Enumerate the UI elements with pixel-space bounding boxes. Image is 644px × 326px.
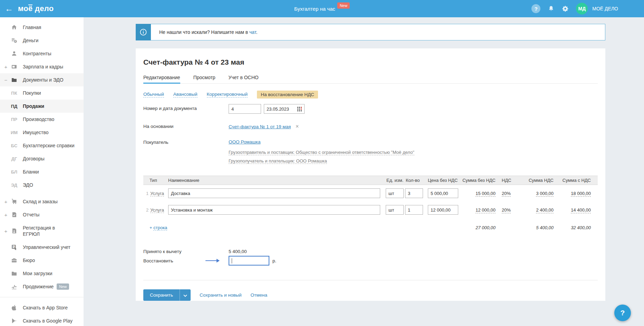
basis-document-link[interactable]: Счет-фактура № 1 от 19 мая — [229, 124, 291, 129]
top-bar: ← моё дело Бухгалтер на час New ? МД МОЁ… — [0, 0, 644, 17]
restore-row: Восстановить р. — [143, 256, 598, 266]
calendar-picker-icon[interactable] — [297, 107, 302, 111]
app-logo[interactable]: моё дело — [18, 4, 54, 13]
type-vat-restore-selected[interactable]: На восстановление НДС — [257, 91, 318, 99]
sidebar-item-edo[interactable]: ЭД ЭДО — [0, 178, 84, 192]
chevron-down-icon — [183, 292, 187, 298]
item-qty-input[interactable] — [405, 205, 423, 215]
sum-with-vat-value[interactable]: 18 000,00 — [571, 191, 591, 197]
total-vat-sum: 5 400,00 — [536, 225, 554, 230]
tab-preview[interactable]: Просмотр — [193, 75, 215, 83]
apple-icon — [10, 305, 18, 311]
banner-message: Не нашли что искали? Напишите нам в чат. — [159, 29, 258, 35]
sidebar-item-reports[interactable]: + Отчеты — [0, 208, 84, 221]
home-icon — [10, 24, 18, 30]
notifications-bell-icon[interactable] — [548, 5, 555, 12]
card-divider — [143, 280, 598, 280]
item-unit-input[interactable] — [386, 205, 404, 215]
vat-sum-value[interactable]: 3 000,00 — [536, 191, 554, 197]
vat-rate-value[interactable]: 20% — [502, 191, 511, 197]
sidebar-item-warehouse[interactable]: + Склад и заказы — [0, 195, 84, 208]
sum-with-vat-value[interactable]: 14 400,00 — [571, 207, 591, 213]
sidebar-item-app-store[interactable]: Скачать в App Store — [0, 301, 84, 314]
expand-plus-icon[interactable]: + — [3, 64, 8, 70]
sidebar-item-money[interactable]: ₽ Деньги — [0, 34, 84, 47]
back-button[interactable]: ← — [0, 0, 18, 17]
sidebar-item-documents[interactable]: − Документы и ЭДО — [0, 73, 84, 86]
save-button-group: Сохранить — [143, 289, 191, 301]
save-button[interactable]: Сохранить — [143, 289, 180, 301]
table-row: 1Услуга 15 000,00 20% 3 000,00 18 000,00 — [143, 185, 598, 202]
chat-link[interactable]: чат — [249, 29, 256, 35]
col-header-qty: Кол-во — [405, 178, 424, 183]
save-dropdown-button[interactable] — [180, 289, 191, 301]
report-check-icon — [10, 212, 18, 218]
expand-plus-icon[interactable]: + — [3, 212, 8, 218]
expand-plus-icon[interactable]: + — [3, 199, 8, 205]
col-header-price: Цена без НДС — [424, 178, 459, 183]
vat-rate-value[interactable]: 20% — [502, 207, 511, 213]
sidebar-item-forms[interactable]: БЛ Бланки — [0, 165, 84, 178]
consignor-link[interactable]: Грузоотправитель и поставщик: Общество с… — [229, 150, 414, 155]
help-icon[interactable]: ? — [531, 4, 540, 13]
settings-gear-icon[interactable] — [562, 5, 569, 12]
sidebar-item-google-play[interactable]: Скачать в Google Play — [0, 314, 84, 326]
promo-block: Бухгалтер на час New — [294, 0, 350, 17]
sidebar-item-contracts[interactable]: ДГ Договоры — [0, 152, 84, 165]
expand-plus-icon[interactable]: + — [3, 228, 8, 234]
user-avatar[interactable]: МД — [576, 3, 588, 15]
basis-label: На основании — [143, 122, 229, 129]
sidebar-item-property[interactable]: ИМ Имущество — [0, 126, 84, 139]
sidebar-item-salary[interactable]: + Зарплата и кадры — [0, 60, 84, 73]
floating-help-button[interactable]: ? — [614, 305, 631, 321]
item-price-input[interactable] — [428, 205, 458, 215]
tab-editing[interactable]: Редактирование — [143, 75, 180, 83]
registration-doc-icon — [10, 228, 18, 234]
add-row-button[interactable]: + строка — [143, 225, 386, 230]
sidebar-item-management-accounting[interactable]: ₽ Управленческий учет — [0, 241, 84, 254]
sidebar-item-contractors[interactable]: Контрагенты — [0, 47, 84, 60]
save-and-new-link[interactable]: Сохранить и новый — [200, 292, 242, 298]
tab-osno-accounting[interactable]: Учет в ОСНО — [229, 75, 259, 83]
sidebar-item-egrul-registration[interactable]: + Регистрация в ЕГРЮЛ — [0, 221, 84, 241]
sidebar-item-sales[interactable]: ПД Продажи — [0, 100, 84, 113]
type-corrective-link[interactable]: Корректировочный — [207, 92, 248, 97]
restore-amount-input[interactable] — [229, 256, 269, 266]
sidebar: Главная ₽ Деньги Контрагенты + Зарплата … — [0, 17, 84, 326]
restore-field — [229, 256, 269, 266]
item-qty-input[interactable] — [405, 188, 423, 198]
type-regular-link[interactable]: Обычный — [143, 92, 164, 97]
topbar-actions: ? МД МОЁ ДЕЛО — [531, 0, 618, 17]
sum-no-vat-value[interactable]: 15 000,00 — [475, 191, 496, 197]
account-name[interactable]: МОЁ ДЕЛО — [592, 6, 618, 11]
sum-no-vat-value[interactable]: 12 000,00 — [475, 207, 496, 213]
sidebar-item-purchases[interactable]: ПК Покупки — [0, 86, 84, 100]
vat-sum-value[interactable]: 2 400,00 — [536, 207, 554, 213]
document-number-input[interactable] — [229, 104, 261, 114]
sidebar-item-my-uploads[interactable]: Мои загрузки — [0, 267, 84, 280]
remove-basis-icon[interactable]: × — [296, 123, 299, 129]
sidebar-item-production[interactable]: ПР Производство — [0, 113, 84, 126]
accepted-deduction-row: Принято к вычету 5 400,00 — [143, 249, 598, 254]
row-type-link[interactable]: Услуга — [150, 191, 164, 196]
consignee-link[interactable]: Грузополучатель и плательщик: ООО Ромашк… — [229, 158, 327, 164]
svg-text:₽: ₽ — [15, 40, 16, 43]
cancel-link[interactable]: Отмена — [251, 292, 267, 298]
item-unit-input[interactable] — [386, 188, 404, 198]
basis-row: На основании Счет-фактура № 1 от 19 мая … — [143, 122, 598, 130]
item-name-input[interactable] — [168, 188, 380, 198]
page-title: Счет-фактура № 4 от 23 мая — [143, 58, 598, 66]
sidebar-item-home[interactable]: Главная — [0, 21, 84, 34]
sidebar-item-accounting-notes[interactable]: БС Бухгалтерские справки — [0, 139, 84, 152]
type-advance-link[interactable]: Авансовый — [173, 92, 198, 97]
collapse-minus-icon[interactable]: − — [3, 77, 8, 83]
row-type-link[interactable]: Услуга — [150, 207, 164, 213]
promo-link[interactable]: Бухгалтер на час — [294, 6, 335, 12]
buyer-link[interactable]: ООО Ромашка — [229, 139, 261, 145]
item-price-input[interactable] — [428, 188, 458, 198]
item-name-input[interactable] — [168, 205, 380, 215]
sidebar-item-promotion[interactable]: Продвижение New — [0, 280, 84, 293]
google-play-icon — [10, 318, 18, 324]
sidebar-item-bureau[interactable]: Бюро — [0, 254, 84, 267]
promotion-pulse-icon — [10, 283, 18, 290]
